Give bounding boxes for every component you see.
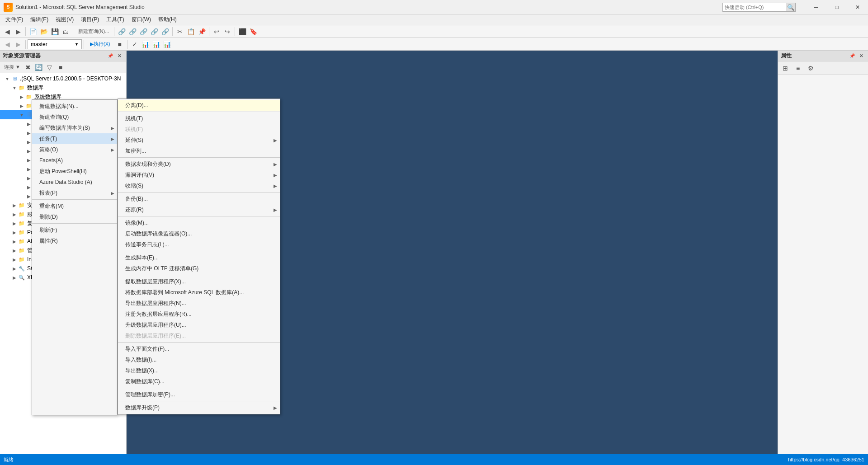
oe-connect-btn[interactable]: 连接 ▼ — [2, 62, 22, 72]
scm-import-data[interactable]: 导入数据(I)... — [118, 354, 280, 365]
quick-search-box[interactable]: 🔍 — [722, 3, 796, 12]
database-dropdown[interactable]: master ▼ — [28, 39, 82, 49]
cm-powershell[interactable]: 启动 PowerShell(H) — [32, 166, 117, 177]
scm-oltp-clean[interactable]: 生成内存中 OLTP 迁移清单(G) — [118, 263, 280, 274]
scm-restore[interactable]: 还原(R) ▶ — [118, 204, 280, 215]
scm-encrypt[interactable]: 加密列... — [118, 146, 280, 156]
search-icon-button[interactable]: 🔍 — [786, 3, 795, 11]
prop-grid-btn[interactable]: ⊞ — [780, 63, 790, 73]
tb2-btn3[interactable]: 📊 — [141, 39, 151, 49]
scm-extract-dac[interactable]: 提取数据层应用程序(X)... — [118, 276, 280, 287]
scm-vuln[interactable]: 漏洞评估(V) ▶ — [118, 169, 280, 180]
cm-policy[interactable]: 策略(O) ▶ — [32, 144, 117, 155]
paste-btn[interactable]: 📌 — [197, 27, 207, 37]
scm-deploy-azure[interactable]: 将数据库部署到 Microsoft Azure SQL 数据库(A)... — [118, 287, 280, 298]
tb2-btn2[interactable]: ▶ — [13, 39, 23, 49]
save-btn[interactable]: 💾 — [50, 27, 60, 37]
maximize-button[interactable]: □ — [826, 0, 847, 14]
scm-copy-db[interactable]: 复制数据库(C)... — [118, 376, 280, 387]
expand-mgmt[interactable]: ▶ — [11, 248, 18, 253]
menu-tools[interactable]: 工具(T) — [103, 15, 127, 25]
tb2-btn1[interactable]: ◀ — [2, 39, 12, 49]
tbtn3[interactable]: 🔗 — [138, 27, 148, 37]
stop-btn[interactable]: ■ — [115, 39, 125, 49]
scm-mirror-monitor[interactable]: 启动数据库镜像监视器(O)... — [118, 228, 280, 239]
expand-security[interactable]: ▶ — [11, 203, 18, 208]
scm-import-flat[interactable]: 导入平面文件(F)... — [118, 343, 280, 354]
save-all-btn[interactable]: 🗂 — [61, 27, 71, 37]
oe-pin-btn[interactable]: 📌 — [107, 52, 114, 60]
prop-close-btn[interactable]: ✕ — [858, 52, 865, 60]
tbtn4[interactable]: 🔗 — [149, 27, 159, 37]
cm-new-db[interactable]: 新建数据库(N)... — [32, 101, 117, 112]
expand-integration[interactable]: ▶ — [11, 257, 18, 262]
oe-stop-btn[interactable]: ■ — [56, 62, 66, 72]
scm-shiplog[interactable]: 传送事务日志(L)... — [118, 239, 280, 250]
scm-online[interactable]: 联机(F) — [118, 124, 280, 135]
oe-filter-btn[interactable]: ▽ — [45, 62, 55, 72]
new-query-btn[interactable]: 新建查询(N)... — [75, 27, 112, 37]
menu-edit[interactable]: 编辑(E) — [27, 15, 52, 25]
oe-disconnect-btn[interactable]: ✖ — [23, 62, 33, 72]
scm-register-app[interactable]: 注册为数据层应用程序(R)... — [118, 309, 280, 319]
tb2-btn5[interactable]: 📊 — [162, 39, 172, 49]
scm-detach[interactable]: 分离(D)... — [118, 100, 280, 111]
expand-sysdb[interactable]: ▶ — [18, 94, 25, 99]
menu-project[interactable]: 项目(P) — [77, 15, 103, 25]
scm-extend[interactable]: 延伸(S) ▶ — [118, 135, 280, 146]
cm-new-query[interactable]: 新建查询(Q) — [32, 112, 117, 122]
cm-task[interactable]: 任务(T) ▶ — [32, 133, 117, 144]
prop-cat-btn[interactable]: ≡ — [793, 63, 803, 73]
bookmark-btn[interactable]: 🔖 — [248, 27, 258, 37]
tree-server-node[interactable]: ▼ 🖥 .(SQL Server 15.0.2000.5 - DESKTOP-3… — [0, 74, 126, 83]
oe-refresh-btn[interactable]: 🔄 — [34, 62, 44, 72]
scm-delete-app[interactable]: 删除数据层应用程序(E)... — [118, 330, 280, 341]
scm-mirror[interactable]: 镜像(M)... — [118, 217, 280, 228]
expand-snapshots[interactable]: ▶ — [18, 103, 25, 108]
execute-btn[interactable]: ▶ 执行(X) — [86, 39, 114, 49]
expand-srvobj[interactable]: ▶ — [11, 212, 18, 217]
new-file-btn[interactable]: 📄 — [28, 27, 38, 37]
tree-databases[interactable]: ▼ 📁 数据库 — [0, 83, 126, 92]
tbtn2[interactable]: 🔗 — [127, 27, 137, 37]
scm-export-data[interactable]: 导出数据(X)... — [118, 365, 280, 376]
scm-upgrade-app[interactable]: 升级数据层应用程序(U)... — [118, 319, 280, 330]
expand-polybase[interactable]: ▶ — [11, 230, 18, 235]
parse-btn[interactable]: ✓ — [130, 39, 140, 49]
undo-btn[interactable]: ↩ — [212, 27, 222, 37]
quick-search-input[interactable] — [723, 3, 786, 11]
tbtn5[interactable]: 🔗 — [160, 27, 170, 37]
cut-btn[interactable]: ✂ — [175, 27, 185, 37]
menu-view[interactable]: 视图(V) — [52, 15, 77, 25]
debug-btn[interactable]: ⬛ — [237, 27, 247, 37]
cm-script-db[interactable]: 编写数据库脚本为(S) ▶ — [32, 122, 117, 133]
expand-alwayson[interactable]: ▶ — [11, 239, 18, 244]
forward-button[interactable]: ▶ — [13, 27, 23, 37]
cm-properties[interactable]: 属性(R) — [32, 235, 117, 246]
expand-server[interactable]: ▼ — [4, 76, 11, 81]
prop-pin-btn[interactable]: 📌 — [849, 52, 856, 60]
minimize-button[interactable]: ─ — [806, 0, 826, 14]
scm-backup[interactable]: 备份(B)... — [118, 193, 280, 204]
oe-close-btn[interactable]: ✕ — [116, 52, 123, 60]
expand-sqlagent[interactable]: ▶ — [11, 266, 18, 271]
open-btn[interactable]: 📂 — [39, 27, 49, 37]
prop-settings-btn[interactable]: ⚙ — [806, 63, 816, 73]
back-button[interactable]: ◀ — [2, 27, 12, 37]
expand-replication[interactable]: ▶ — [11, 221, 18, 226]
scm-discover[interactable]: 数据发现和分类(D) ▶ — [118, 159, 280, 169]
tbtn1[interactable]: 🔗 — [117, 27, 127, 37]
scm-offline[interactable]: 脱机(T) — [118, 113, 280, 124]
expand-databases[interactable]: ▼ — [11, 85, 18, 90]
cm-rename[interactable]: 重命名(M) — [32, 201, 117, 211]
cm-report[interactable]: 报表(P) ▶ — [32, 188, 117, 198]
close-button[interactable]: ✕ — [847, 0, 868, 14]
scm-db-upgrade[interactable]: 数据库升级(P) ▶ — [118, 402, 280, 413]
scm-export-app[interactable]: 导出数据层应用程序(N)... — [118, 298, 280, 309]
cm-refresh[interactable]: 刷新(F) — [32, 225, 117, 235]
copy-btn[interactable]: 📋 — [186, 27, 196, 37]
expand-xevent[interactable]: ▶ — [11, 275, 18, 280]
menu-file[interactable]: 文件(F) — [2, 15, 27, 25]
cm-delete[interactable]: 删除(D) — [32, 211, 117, 222]
scm-shrink[interactable]: 收缩(S) ▶ — [118, 180, 280, 191]
